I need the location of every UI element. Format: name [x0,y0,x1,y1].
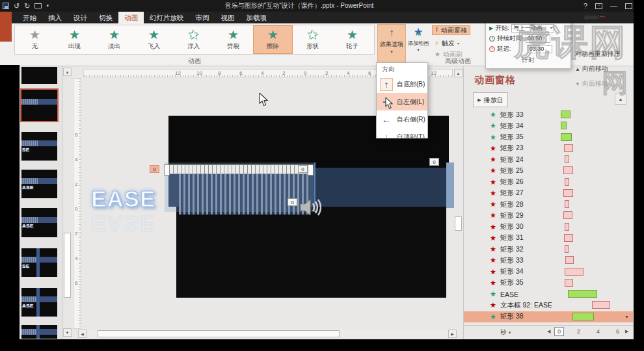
gallery-item-淡出[interactable]: ★淡出 [94,25,134,54]
animation-timing-bar[interactable] [565,200,569,208]
menu-item-自底部(B)[interactable]: ↑自底部(B) [377,75,427,93]
animation-pane-row[interactable]: ★矩形 31 [464,233,633,244]
animation-pane-row[interactable]: ★矩形 23 [464,143,633,154]
tab-开始[interactable]: 开始 [17,12,42,23]
animation-timing-bar[interactable] [564,144,573,152]
tab-视图[interactable]: 视图 [215,12,241,23]
duration-spinner[interactable]: 00.50⌃⌄ [526,34,550,43]
scrollbar-thumb[interactable] [98,330,340,337]
move-earlier-button[interactable]: ▲ 向前移动 [575,64,621,73]
slide-thumbnail[interactable] [21,67,57,84]
help-icon[interactable]: ? [584,2,587,10]
ease-wordart[interactable]: EASE [91,186,155,212]
file-tab[interactable] [0,12,12,42]
slide-thumbnail[interactable]: ASE [21,170,57,198]
animation-timing-bar[interactable] [572,313,594,320]
gallery-item-擦除[interactable]: ★擦除 [253,25,293,54]
animation-timing-bar[interactable] [564,234,573,242]
gallery-item-轮子[interactable]: ★轮子 [332,25,372,54]
slide-thumbnail[interactable]: ASE [21,288,57,317]
minimize-icon[interactable]: — [610,2,617,10]
scrollbar-thumb[interactable] [455,216,462,231]
animation-pane-row[interactable]: ★矩形 33 [464,255,633,266]
effect-options-button[interactable]: ↑ 效果选项 ▾ [377,24,406,63]
slide-thumbnail[interactable] [21,90,57,121]
menu-item-自右侧(R)[interactable]: ←自右侧(R) [377,110,427,128]
gallery-item-形状[interactable]: ★形状 [293,25,332,54]
scroll-left-icon[interactable]: ◀ [78,330,87,338]
add-animation-button[interactable]: ★＋ 添加动画 ▾ [407,24,429,63]
chevron-down-icon[interactable]: ▼ [624,315,629,319]
animation-timing-bar[interactable] [563,189,573,197]
thumbnail-scrollbar[interactable]: ▲ ▼ [62,65,72,339]
animation-pane-row[interactable]: ★矩形 35 [464,278,633,289]
scroll-down-icon[interactable]: ▼ [63,328,72,337]
animation-timing-bar[interactable] [565,279,573,287]
maximize-icon[interactable] [625,3,632,9]
gallery-item-飞入[interactable]: ★飞入 [134,25,174,54]
animation-pane-row[interactable]: ★矩形 25 [464,165,633,176]
animation-timing-bar[interactable] [565,268,584,276]
gallery-item-无[interactable]: ★无 [15,25,55,54]
animation-pane-row[interactable]: ★矩形 28 [464,199,633,210]
animation-timing-bar[interactable] [563,211,572,219]
start-dropdown[interactable]: 与上一动画▾ [511,24,554,32]
animation-pane-row[interactable]: ★矩形 33 [464,109,633,120]
tab-插入[interactable]: 插入 [42,12,68,23]
animation-timing-bar[interactable] [561,110,570,118]
animation-timing-bar[interactable] [561,122,567,129]
animation-timing-bar[interactable] [565,256,574,264]
animation-timing-bar[interactable] [565,223,569,231]
gallery-item-劈裂[interactable]: ★劈裂 [213,25,253,54]
black-rectangle-bottom[interactable] [176,207,446,298]
scroll-up-icon[interactable]: ▲ [63,68,72,76]
audio-timeline-scrubber[interactable] [165,164,313,174]
speaker-icon[interactable] [299,198,321,217]
animation-timing-bar[interactable] [592,301,610,309]
tab-审阅[interactable]: 审阅 [190,12,215,23]
canvas-scroll-up-icon[interactable]: ▲ [454,69,463,77]
animation-timing-bar[interactable] [565,155,569,163]
slide-thumbnail[interactable] [21,325,57,339]
animation-pane-button[interactable]: ⭥ 动画窗格 [432,25,470,35]
menu-item-自顶部(T)[interactable]: ↓自顶部(T) [377,128,427,138]
tab-设计[interactable]: 设计 [68,12,93,23]
canvas-vertical-scrollbar[interactable] [454,78,463,329]
slide-thumbnail[interactable]: SE [21,132,57,161]
tab-幻灯片放映[interactable]: 幻灯片放映 [144,12,190,23]
animation-pane-row[interactable]: ★矩形 29 [464,210,633,221]
animation-pane-row[interactable]: ★矩形 34 [464,120,633,131]
animation-pane-row[interactable]: ★矩形 27 [464,188,633,199]
gallery-item-浮入[interactable]: ★浮入 [174,25,213,54]
animation-pane-row[interactable]: ★矩形 32 [464,244,633,255]
tab-切换[interactable]: 切换 [93,12,118,23]
animation-pane-row[interactable]: ★文本框 92: EASE [464,300,633,311]
scrollbar-thumb[interactable] [64,233,71,298]
slide-thumbnail[interactable]: ASE [21,208,57,237]
animation-pane-row[interactable]: ★矩形 38▼ [464,311,633,322]
animation-timing-bar[interactable] [563,166,573,174]
animation-timing-bar[interactable] [568,290,597,298]
animation-timing-bar[interactable] [565,178,569,186]
gallery-item-出现[interactable]: ★出现 [55,25,94,54]
tab-动画[interactable]: 动画 [118,12,144,23]
slide-thumbnail[interactable]: SE [21,248,57,277]
move-later-button[interactable]: ▼ 向后移动 [575,79,621,88]
pane-scroll-up-icon[interactable]: ▲ [615,94,626,105]
delay-spinner[interactable]: 03.30⌃⌄ [528,45,552,53]
ribbon-options-icon[interactable]: ⌃ [595,3,602,9]
seconds-dropdown[interactable]: 秒 ▼ [500,328,511,337]
animation-pane-row[interactable]: ★矩形 30 [464,222,633,233]
animation-timing-bar[interactable] [561,133,572,141]
menu-item-自左侧(L)[interactable]: ➜自左侧(L) [377,93,427,110]
animation-pane-row[interactable]: ★矩形 34 [464,266,633,278]
animation-pane-row[interactable]: ★矩形 24 [464,154,633,165]
animation-timing-bar[interactable] [565,245,569,253]
tab-加载项[interactable]: 加载项 [241,12,273,23]
trigger-button[interactable]: ⚡ 触发 ▾ [432,38,462,48]
timeline-left-icon[interactable]: ◀ [547,329,550,334]
animation-pane-row[interactable]: ★矩形 35 [464,132,633,143]
animation-pane-row[interactable]: ★EASE [464,289,633,300]
animation-pane-row[interactable]: ★矩形 26 [464,177,633,188]
timeline-right-icon[interactable]: ▶ [625,329,628,334]
